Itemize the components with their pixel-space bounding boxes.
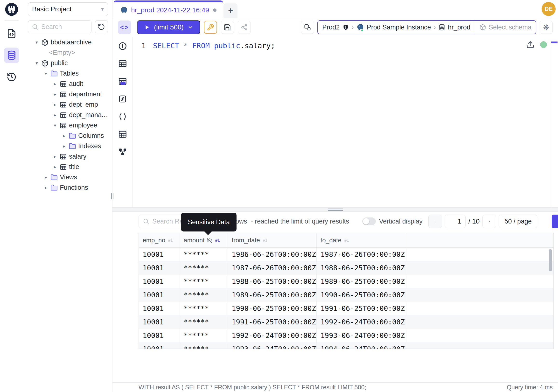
table-cell[interactable]: ****** [180,288,228,302]
table-cell[interactable]: 1991-06-25T00:00:00Z [228,315,317,329]
format-sql-button[interactable] [204,21,217,34]
table-cell[interactable]: 10001 [139,261,180,275]
tab-worksheet[interactable]: hr_prod 2024-11-22 16:49 [114,0,223,18]
rail-item-worksheets[interactable] [4,26,19,41]
explorer-search-input[interactable] [41,23,78,31]
tree-item-bbdataarchive[interactable]: ▾bbdataarchive [28,37,108,48]
bytebase-logo-icon[interactable] [5,2,18,17]
chevron-right-icon[interactable]: ▸ [62,133,67,139]
chevron-right-icon[interactable]: ▸ [52,102,57,107]
table-cell[interactable]: 10001 [139,248,180,261]
chevron-right-icon[interactable]: ▸ [52,112,57,118]
run-query-button[interactable]: (limit 500) [137,20,200,34]
table-cell[interactable]: 1988-06-25T00:00:00Z [228,275,317,288]
vertical-display-toggle[interactable] [362,218,376,225]
table-cell[interactable] [406,275,553,288]
code-panel-button[interactable]: <> [118,20,131,34]
table-cell[interactable]: 10001 [139,329,180,342]
chevron-right-icon[interactable]: ▸ [44,185,48,191]
chevron-right-icon[interactable]: ▸ [52,164,57,170]
table-cell[interactable]: ****** [180,315,228,329]
table-icon[interactable] [118,130,127,139]
rail-item-databases[interactable] [4,48,19,63]
table-cell[interactable]: 1994-06-24T00:00:00Z [317,342,406,349]
table-cell[interactable] [406,342,553,349]
tree-item-columns[interactable]: ▸Columns [28,131,108,141]
sort-icon[interactable] [167,237,174,244]
chevron-down-icon[interactable]: ▾ [52,123,57,128]
table-cell[interactable]: 1989-06-25T00:00:00Z [317,275,406,288]
info-icon[interactable] [118,42,127,51]
table-cell[interactable]: 10001 [139,275,180,288]
batch-query-button[interactable] [301,21,314,34]
table-cell[interactable] [406,315,553,329]
prev-page-button[interactable]: ‹ [428,215,442,228]
panel-splitter[interactable] [113,207,558,212]
tree-item-indexes[interactable]: ▸Indexes [28,141,108,151]
column-header-emp_no[interactable]: emp_no [139,233,180,247]
function-icon[interactable] [118,94,127,104]
chevron-right-icon[interactable]: ▸ [62,143,67,149]
column-header-to_date[interactable]: to_date [317,233,406,247]
table-cell[interactable]: 1990-06-25T00:00:00Z [228,302,317,315]
sort-icon[interactable] [214,237,221,244]
tree-item-functions[interactable]: ▸Functions [28,183,108,193]
project-selector[interactable]: Basic Project ▾ [28,2,108,16]
table-cell[interactable]: 1988-06-25T00:00:00Z [317,261,406,275]
table-cell[interactable] [406,248,553,261]
ai-assistant-button[interactable]: ❋ [540,21,553,34]
export-button[interactable] [552,215,558,228]
table-cell[interactable]: 1986-06-26T00:00:00Z [228,248,317,261]
chevron-right-icon[interactable]: ▸ [52,81,57,87]
table-cell[interactable] [406,302,553,315]
tree-item-employee[interactable]: ▾employee [28,120,108,131]
explorer-search-box[interactable] [28,20,91,33]
parens-icon[interactable] [118,112,127,121]
sort-icon[interactable] [343,237,350,244]
table-cell[interactable]: 1987-06-26T00:00:00Z [317,248,406,261]
avatar[interactable]: DE [541,2,556,16]
table-cell[interactable]: 10001 [139,315,180,329]
eye-off-icon[interactable] [207,237,212,243]
table-cell[interactable]: 1987-06-26T00:00:00Z [228,261,317,275]
table-cell[interactable]: ****** [180,329,228,342]
sort-icon[interactable] [262,237,268,244]
table-cell[interactable] [406,329,553,342]
tree-item-empty[interactable]: <Empty> [28,48,108,58]
tree-item-title[interactable]: ▸title [28,162,108,172]
table-cell[interactable]: ****** [180,302,228,315]
connection-context-button[interactable]: Prod2 › Prod Sample Instance › [318,21,474,34]
column-header-empty[interactable] [406,233,553,247]
table-cell[interactable]: ****** [180,275,228,288]
column-header-amount[interactable]: amount [180,233,228,247]
chevron-right-icon[interactable]: ▸ [52,154,57,159]
tree-item-dept-mana[interactable]: ▸dept_mana... [28,110,108,120]
page-number-input[interactable]: 1 [445,215,466,228]
new-tab-button[interactable]: + [224,3,237,18]
next-page-button[interactable]: › [482,215,496,228]
table-cell[interactable]: 1992-06-24T00:00:00Z [228,329,317,342]
table-sensitive-icon[interactable] [118,77,127,86]
table-cell[interactable]: ****** [180,261,228,275]
upload-icon[interactable] [526,41,534,49]
code-area[interactable]: 1 SELECT * FROM public.salary; [133,37,558,207]
chevron-down-icon[interactable]: ▾ [34,40,39,45]
tree-item-audit[interactable]: ▸audit [28,79,108,89]
chevron-right-icon[interactable]: ▸ [44,174,48,180]
share-button[interactable] [238,21,251,34]
table-cell[interactable]: 1992-06-24T00:00:00Z [317,315,406,329]
tree-item-department[interactable]: ▸department [28,89,108,99]
chevron-down-icon[interactable]: ▾ [44,71,48,76]
column-header-from_date[interactable]: from_date [228,233,317,247]
table-cell[interactable]: 1991-06-25T00:00:00Z [317,302,406,315]
table-cell[interactable]: ****** [180,248,228,261]
refresh-button[interactable] [95,20,108,33]
tree-item-public[interactable]: ▾public [28,58,108,68]
select-schema-button[interactable]: Select schema [475,21,536,34]
table-scrollbar-thumb[interactable] [549,249,552,271]
tree-item-views[interactable]: ▸Views [28,172,108,183]
chevron-right-icon[interactable]: ▸ [52,91,57,97]
table-cell[interactable]: 10001 [139,288,180,302]
chevron-down-icon[interactable]: ▾ [34,60,39,66]
schema-diagram-icon[interactable] [118,147,127,157]
